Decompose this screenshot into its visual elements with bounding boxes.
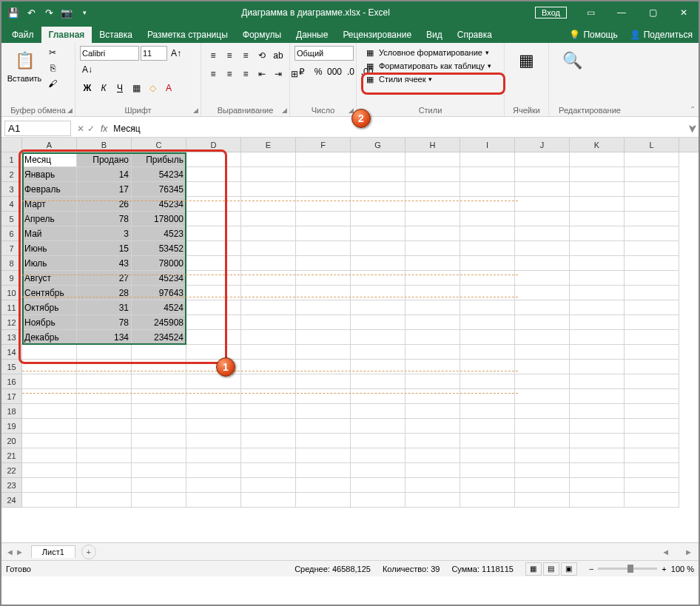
cell[interactable] <box>460 493 515 508</box>
cell[interactable] <box>351 345 405 360</box>
font-color-icon[interactable]: A <box>161 81 176 95</box>
row-header[interactable]: 8 <box>1 256 22 271</box>
cell[interactable] <box>405 374 460 389</box>
column-header[interactable]: J <box>515 138 570 152</box>
cell[interactable] <box>351 300 405 315</box>
hscroll-left-icon[interactable]: ◄ <box>662 548 670 556</box>
cell[interactable] <box>132 345 186 360</box>
zoom-out-button[interactable]: − <box>589 565 593 573</box>
cell[interactable] <box>515 345 570 360</box>
cell[interactable] <box>351 182 405 197</box>
cell[interactable] <box>296 271 351 286</box>
cell[interactable] <box>186 167 241 182</box>
cell[interactable] <box>460 434 515 448</box>
qat-more-icon[interactable]: ▾ <box>78 7 90 18</box>
cell[interactable] <box>296 226 351 241</box>
cell[interactable] <box>296 182 351 197</box>
cell[interactable] <box>296 478 351 493</box>
redo-icon[interactable]: ↷ <box>43 7 55 18</box>
cell[interactable] <box>570 167 625 182</box>
cell[interactable] <box>515 256 570 271</box>
cell[interactable] <box>460 330 515 345</box>
row-header[interactable]: 23 <box>1 478 22 493</box>
cell[interactable] <box>22 478 77 493</box>
cell[interactable] <box>405 448 460 463</box>
cell[interactable] <box>186 182 241 197</box>
align-center-icon[interactable]: ≡ <box>222 67 237 81</box>
column-header[interactable]: D <box>186 138 241 152</box>
cell[interactable] <box>132 448 186 463</box>
zoom-in-button[interactable]: + <box>662 565 666 573</box>
collapse-ribbon-icon[interactable]: ⌃ <box>690 105 696 113</box>
cell[interactable] <box>625 286 679 300</box>
cell[interactable] <box>186 330 241 345</box>
cell[interactable] <box>77 404 132 419</box>
row-header[interactable]: 11 <box>1 300 22 315</box>
cell[interactable] <box>296 463 351 478</box>
font-size-combo[interactable] <box>141 46 167 61</box>
currency-icon[interactable]: ₽ <box>295 64 309 79</box>
cell[interactable] <box>570 448 625 463</box>
cell[interactable] <box>405 256 460 271</box>
cell[interactable]: 78000 <box>132 256 186 271</box>
cell[interactable] <box>351 271 405 286</box>
cell[interactable] <box>515 330 570 345</box>
cell[interactable] <box>405 182 460 197</box>
cell[interactable] <box>296 197 351 212</box>
cell[interactable] <box>515 360 570 374</box>
sheet-tab[interactable]: Лист1 <box>31 545 75 558</box>
cell[interactable] <box>625 167 679 182</box>
cell[interactable] <box>460 286 515 300</box>
tab-help[interactable]: Справка <box>450 27 499 43</box>
cell[interactable]: 76345 <box>132 182 186 197</box>
cell[interactable] <box>241 434 296 448</box>
sheet-nav-prev-icon[interactable]: ◄ <box>6 548 14 556</box>
cell[interactable] <box>186 419 241 434</box>
column-header[interactable]: E <box>241 138 296 152</box>
tab-view[interactable]: Вид <box>419 27 450 43</box>
cell[interactable] <box>405 330 460 345</box>
fx-icon[interactable]: fx <box>98 124 110 134</box>
cell[interactable] <box>241 404 296 419</box>
cell[interactable] <box>570 152 625 167</box>
cell[interactable] <box>241 271 296 286</box>
row-header[interactable]: 1 <box>1 152 22 167</box>
cell[interactable] <box>186 463 241 478</box>
undo-icon[interactable]: ↶ <box>25 7 37 18</box>
cell[interactable] <box>241 345 296 360</box>
editing-button[interactable]: 🔍 <box>553 46 590 75</box>
cell[interactable] <box>296 315 351 330</box>
cell[interactable] <box>241 212 296 226</box>
row-header[interactable]: 17 <box>1 389 22 404</box>
cell[interactable] <box>186 404 241 419</box>
cell[interactable] <box>351 241 405 256</box>
row-header[interactable]: 10 <box>1 286 22 300</box>
percent-icon[interactable]: % <box>311 64 326 79</box>
column-header[interactable]: K <box>570 138 625 152</box>
cell[interactable]: 45234 <box>132 197 186 212</box>
cell[interactable]: 17 <box>77 182 132 197</box>
cell[interactable] <box>515 389 570 404</box>
cell[interactable]: Март <box>22 197 77 212</box>
cell[interactable]: 27 <box>77 271 132 286</box>
add-sheet-button[interactable]: + <box>81 545 96 559</box>
cell[interactable] <box>515 448 570 463</box>
cell[interactable] <box>515 152 570 167</box>
cell[interactable] <box>77 374 132 389</box>
cell[interactable] <box>296 419 351 434</box>
tab-file[interactable]: Файл <box>4 27 41 43</box>
cell[interactable]: 3 <box>77 226 132 241</box>
cell[interactable] <box>570 419 625 434</box>
cell[interactable] <box>132 389 186 404</box>
cell[interactable] <box>22 463 77 478</box>
column-header[interactable]: C <box>132 138 186 152</box>
cell[interactable] <box>625 182 679 197</box>
cell[interactable]: Прибыль <box>132 152 186 167</box>
cell[interactable] <box>132 434 186 448</box>
cell[interactable] <box>570 226 625 241</box>
cell[interactable] <box>625 241 679 256</box>
cell[interactable] <box>570 360 625 374</box>
cell[interactable] <box>351 360 405 374</box>
cell[interactable] <box>296 389 351 404</box>
cell[interactable] <box>405 404 460 419</box>
